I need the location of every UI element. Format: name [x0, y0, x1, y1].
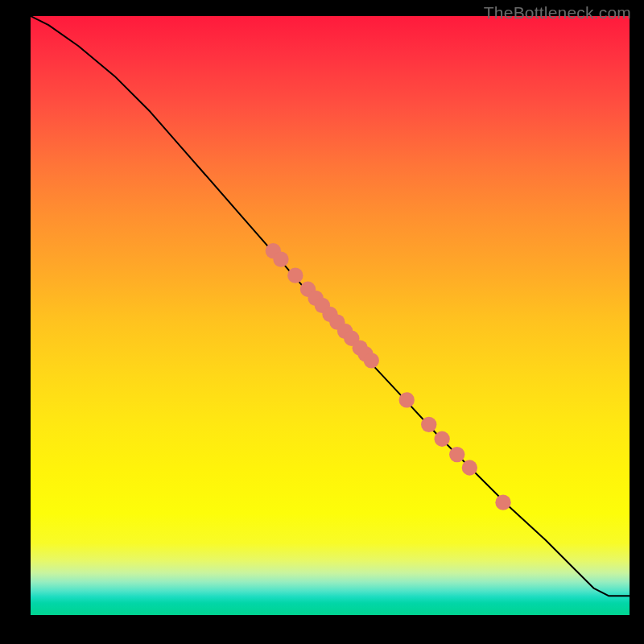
data-point	[434, 431, 449, 447]
data-point	[462, 460, 477, 475]
plot-area	[31, 16, 630, 615]
data-point	[449, 447, 464, 462]
data-point	[287, 267, 303, 283]
watermark-text: TheBottleneck.com	[484, 3, 631, 23]
curve-line	[31, 16, 630, 596]
chart-overlay	[31, 16, 630, 615]
data-point	[421, 417, 436, 432]
data-point	[495, 494, 510, 510]
chart-container: TheBottleneck.com	[0, 0, 644, 644]
data-point	[364, 353, 379, 368]
data-point	[273, 251, 288, 266]
data-point	[399, 392, 415, 407]
